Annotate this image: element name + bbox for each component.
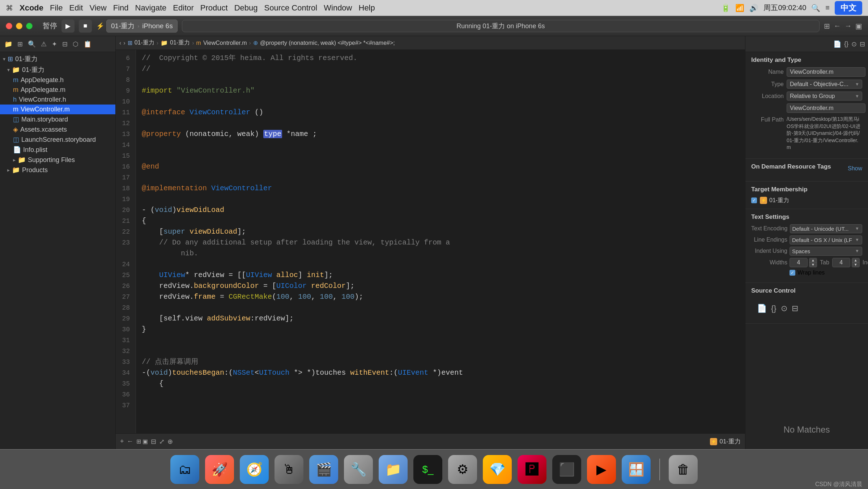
inspector-code-icon[interactable]: {} [844, 40, 848, 48]
menu-help[interactable]: Help [359, 3, 375, 13]
code-content[interactable]: // Copyright © 2015年 heima. All rights r… [136, 50, 745, 433]
nav-debug-icon[interactable]: ⊟ [61, 39, 69, 50]
dock-item-windowmgr[interactable]: 🪟 [622, 455, 651, 484]
breadcrumb-arrow-left[interactable]: ‹ [119, 40, 121, 46]
indent-width-input[interactable] [832, 258, 850, 267]
tree-file-assets[interactable]: ◈ Assets.xcassets [0, 124, 115, 135]
target-checkbox[interactable]: ✓ [751, 197, 757, 203]
indent-stepper-up[interactable]: ▲ [852, 258, 859, 263]
menu-product[interactable]: Product [200, 3, 228, 13]
forward-icon[interactable]: → [844, 22, 852, 30]
nav-warn-icon[interactable]: ⚠ [39, 39, 48, 50]
inspector-settings-icon[interactable]: ⊙ [851, 40, 857, 48]
menu-edit[interactable]: Edit [69, 3, 83, 13]
nav-folder-icon[interactable]: 📁 [3, 39, 14, 50]
breadcrumb-item-2[interactable]: 01-重力 [170, 39, 190, 47]
tree-file-main-storyboard[interactable]: ◫ Main.storyboard [0, 114, 115, 124]
tree-file-info-plist[interactable]: 📄 Info.plist [0, 145, 115, 155]
minimize-button[interactable] [16, 23, 22, 29]
tree-root[interactable]: ▾ ⊞ 01-重力 [0, 54, 115, 64]
dock-item-scripts[interactable]: 🔧 [344, 455, 373, 484]
apple-menu-icon[interactable]: ⌘ [6, 4, 13, 12]
indent-stepper-down[interactable]: ▼ [852, 263, 859, 267]
dock-item-terminal[interactable]: $_ [413, 455, 442, 484]
dock-item-player[interactable]: ▶ [587, 455, 616, 484]
encoding-select[interactable]: Default - Unicode (UT... [790, 224, 862, 233]
editor-share-icon[interactable]: ⊕ [167, 438, 173, 446]
sc-file-icon[interactable]: 📄 [757, 304, 767, 313]
breadcrumb-arrow-right[interactable]: › [123, 40, 125, 46]
dock-item-mouse[interactable]: 🖱 [275, 455, 303, 484]
menu-source-control[interactable]: Source Control [264, 3, 318, 13]
wrap-check-icon[interactable]: ✓ [790, 270, 795, 276]
panel-icon[interactable]: ▣ [855, 22, 862, 30]
inspector-file-icon[interactable]: 📄 [833, 40, 841, 48]
type-select[interactable]: Default - Objective-C... [787, 80, 862, 89]
close-button[interactable] [6, 23, 12, 29]
menu-file[interactable]: File [50, 3, 63, 13]
dock-item-sketch[interactable]: 💎 [483, 455, 512, 484]
tree-file-launch-storyboard[interactable]: ◫ LaunchScreen.storyboard [0, 135, 115, 145]
menu-xcode[interactable]: Xcode [20, 3, 43, 13]
name-input[interactable] [787, 67, 865, 77]
menu-window[interactable]: Window [324, 3, 352, 13]
tree-file-supporting[interactable]: ▸ 📁 Supporting Files [0, 155, 115, 165]
indent-select[interactable]: Spaces [790, 247, 862, 256]
tab-stepper-up[interactable]: ▲ [809, 258, 817, 263]
breadcrumb-item-3[interactable]: ViewController.m [203, 40, 247, 46]
back-icon[interactable]: ← [834, 22, 841, 30]
tree-products[interactable]: ▸ 📁 Products [0, 165, 115, 175]
nav-test-icon[interactable]: ✦ [50, 39, 59, 50]
scheme-selector[interactable]: 01-重力 › iPhone 6s [106, 20, 178, 33]
menu-editor[interactable]: Editor [173, 3, 193, 13]
nav-source-icon[interactable]: ⊞ [16, 39, 24, 50]
menu-search-icon[interactable]: 🔍 [811, 4, 820, 12]
editor-expand-icon[interactable]: ⤢ [159, 438, 165, 446]
dock-item-finder[interactable]: 🗂 [170, 455, 199, 484]
menu-navigate[interactable]: Navigate [135, 3, 167, 13]
menu-find[interactable]: Find [113, 3, 129, 13]
layout-icon-1[interactable]: ⊞ [824, 22, 830, 30]
tab-width-input[interactable] [790, 258, 808, 267]
tree-group-1[interactable]: ▾ 📁 01-重力 [0, 64, 115, 75]
tree-file-viewcontroller-m[interactable]: m ViewController.m [0, 105, 115, 114]
sc-history-icon[interactable]: ⊟ [792, 304, 798, 313]
editor-layout-icon[interactable]: ⊟ [151, 438, 156, 446]
dock-item-quicktime[interactable]: 🎬 [309, 455, 338, 484]
dock-item-safari[interactable]: 🧭 [240, 455, 269, 484]
maximize-button[interactable] [26, 23, 33, 29]
dock-item-folder[interactable]: 📁 [379, 455, 408, 484]
menu-view[interactable]: View [89, 3, 106, 13]
tab-stepper-down[interactable]: ▼ [809, 263, 817, 267]
run-button[interactable]: ▶ [61, 20, 75, 33]
breadcrumb-item-1[interactable]: 01-重力 [135, 39, 154, 47]
tree-file-appdelegate-m[interactable]: m AppDelegate.m [0, 85, 115, 95]
lang-badge[interactable]: 中文 [835, 1, 862, 15]
sc-code-icon[interactable]: {} [771, 304, 776, 313]
menu-control-center-icon[interactable]: ≡ [825, 4, 830, 12]
dock-item-launchpad[interactable]: 🚀 [205, 455, 234, 484]
code-editor[interactable]: 6 7 8 9 10 11 12 13 14 15 16 17 18 19 20… [116, 50, 745, 433]
tree-file-viewcontroller-h[interactable]: h ViewController.h [0, 95, 115, 105]
line-endings-select[interactable]: Default - OS X / Unix (LF [790, 235, 862, 244]
dock-item-app1[interactable]: 🅿 [518, 455, 546, 484]
back-nav-icon[interactable]: ← [127, 438, 133, 445]
breadcrumb-item-4[interactable]: @property (nonatomic, weak) <#type#> *<#… [260, 40, 395, 46]
stop-button[interactable]: ■ [79, 20, 92, 33]
tree-file-appdelegate-h[interactable]: m AppDelegate.h [0, 75, 115, 85]
filename-input[interactable] [787, 103, 865, 113]
nav-search-icon[interactable]: 🔍 [26, 39, 37, 50]
nav-log-icon[interactable]: 📋 [82, 39, 93, 50]
location-select[interactable]: Relative to Group [787, 92, 862, 101]
indent-stepper[interactable]: ▲ ▼ [852, 258, 860, 267]
menu-debug[interactable]: Debug [234, 3, 258, 13]
dock-item-trash[interactable]: 🗑 [669, 455, 698, 484]
show-link[interactable]: Show [848, 165, 862, 172]
nav-breakpoint-icon[interactable]: ⬡ [71, 39, 80, 50]
dock-item-app2[interactable]: ⬛ [552, 455, 581, 484]
add-file-icon[interactable]: + [120, 438, 124, 445]
inspector-history-icon[interactable]: ⊟ [860, 40, 865, 48]
tab-stepper[interactable]: ▲ ▼ [809, 258, 817, 267]
dock-item-sysprefs[interactable]: ⚙ [448, 455, 477, 484]
sc-refresh-icon[interactable]: ⊙ [781, 304, 787, 313]
